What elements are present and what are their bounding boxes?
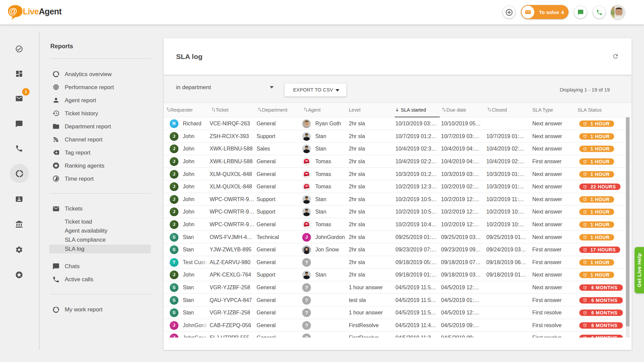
svg-text:@: @ xyxy=(9,6,17,16)
